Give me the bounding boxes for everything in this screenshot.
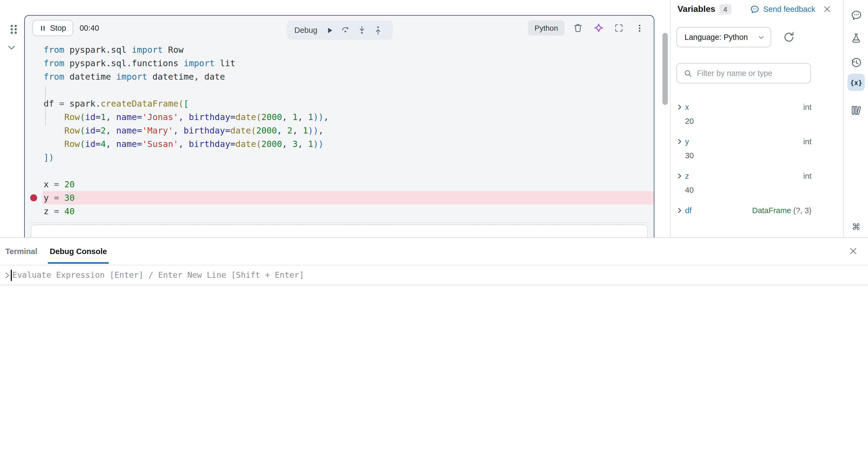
variable-value: 20 xyxy=(671,114,811,128)
variable-type: int xyxy=(803,103,811,112)
variables-language-label: Language: Python xyxy=(684,33,748,41)
cell-menu-button[interactable] xyxy=(632,21,646,35)
tab-debug-console[interactable]: Debug Console xyxy=(48,239,109,264)
variables-list: xint20yint30zint40dfDataFrame (?, 3) xyxy=(671,100,811,224)
debug-toolbar: Debug xyxy=(287,21,393,40)
variables-filter-input[interactable] xyxy=(697,69,805,78)
version-history-icon[interactable] xyxy=(847,54,865,71)
variable-name: x xyxy=(685,103,689,112)
code-line: x = 20 xyxy=(25,178,654,191)
variable-row[interactable]: zint xyxy=(671,169,811,183)
ai-assistant-button[interactable] xyxy=(591,21,606,35)
step-out-icon xyxy=(373,25,383,35)
step-over-icon xyxy=(341,25,351,35)
code-line: Row(id=2, name='Mary', birthday=date(200… xyxy=(25,124,654,137)
execution-timer: 00:40 xyxy=(80,24,99,32)
variables-panel-title: Variables xyxy=(678,4,715,14)
text-cursor xyxy=(11,270,11,281)
play-icon xyxy=(325,26,334,35)
prompt-chevron-icon xyxy=(3,271,11,279)
delete-cell-button[interactable] xyxy=(571,21,585,35)
chat-feedback-icon xyxy=(750,4,760,14)
step-into-button[interactable] xyxy=(355,23,369,37)
code-line: ]) xyxy=(25,151,654,164)
code-line xyxy=(25,164,654,178)
refresh-variables-button[interactable] xyxy=(782,31,795,43)
step-into-icon xyxy=(357,25,367,35)
variable-row[interactable]: dfDataFrame (?, 3) xyxy=(671,204,811,217)
variable-item-z: zint40 xyxy=(671,169,811,197)
variable-item-df: dfDataFrame (?, 3) xyxy=(671,204,811,217)
variable-name: y xyxy=(685,137,689,146)
variable-value: 30 xyxy=(671,149,811,162)
breakpoint-dot[interactable] xyxy=(30,194,37,201)
variables-filter[interactable] xyxy=(676,63,811,84)
code-line: df = spark.createDataFrame([ xyxy=(25,97,654,110)
collapse-cell-icon[interactable] xyxy=(6,42,17,53)
ai-sparkle-icon xyxy=(593,22,604,34)
chevron-down-icon xyxy=(757,33,765,41)
notebook-cell: Stop 00:40 Debug xyxy=(24,15,654,237)
code-line-current: y = 30 xyxy=(25,191,654,205)
assistant-chat-icon[interactable] xyxy=(847,6,865,24)
refresh-icon xyxy=(782,31,795,43)
variable-item-x: xint20 xyxy=(671,100,811,128)
continue-button[interactable] xyxy=(322,23,337,37)
variable-type: int xyxy=(803,172,811,180)
app-window: Stop 00:40 Debug xyxy=(0,0,868,457)
send-feedback-label: Send feedback xyxy=(763,5,815,13)
close-variables-panel-button[interactable] xyxy=(823,5,831,13)
bottom-panel-tabs: Terminal Debug Console xyxy=(0,238,868,265)
chevron-right-icon xyxy=(676,207,683,214)
debug-label: Debug xyxy=(294,26,317,34)
stop-button-label: Stop xyxy=(50,24,66,32)
stop-button[interactable]: Stop xyxy=(32,20,73,36)
fullscreen-button[interactable] xyxy=(612,21,626,35)
variable-explorer-icon[interactable]: {x} xyxy=(847,74,865,91)
cell-output-area xyxy=(31,224,648,237)
variable-name: z xyxy=(685,172,689,180)
console-placeholder: Evaluate Expression [Enter] / Enter New … xyxy=(12,265,304,285)
variable-value: 40 xyxy=(671,183,811,197)
chevron-right-icon xyxy=(676,173,683,179)
chevron-right-icon xyxy=(676,104,683,110)
indent-guide xyxy=(45,86,46,126)
variables-count-badge: 4 xyxy=(720,4,731,14)
bottom-panel: Terminal Debug Console Evaluate Expressi… xyxy=(0,237,868,457)
code-line: z = 40 xyxy=(25,205,654,218)
code-editor[interactable]: from pyspark.sql import Rowfrom pyspark.… xyxy=(25,40,654,222)
chevron-right-icon xyxy=(676,138,683,145)
step-out-button[interactable] xyxy=(371,23,385,37)
code-line: from pyspark.sql import Row xyxy=(25,43,654,57)
tab-terminal[interactable]: Terminal xyxy=(4,239,39,264)
debug-console-input[interactable]: Evaluate Expression [Enter] / Enter New … xyxy=(0,265,868,285)
cell-output-separator xyxy=(30,222,648,223)
variable-type: int xyxy=(803,137,811,146)
command-palette-icon[interactable]: ⌘ xyxy=(847,218,865,235)
variable-row[interactable]: yint xyxy=(671,134,811,149)
code-line xyxy=(25,84,654,97)
code-line: from datetime import datetime, date xyxy=(25,70,654,84)
step-over-button[interactable] xyxy=(339,23,353,37)
libraries-icon[interactable] xyxy=(847,102,865,119)
cell-drag-handle-icon[interactable] xyxy=(7,23,21,36)
code-line: Row(id=4, name='Susan', birthday=date(20… xyxy=(25,137,654,151)
fullscreen-icon xyxy=(614,23,624,33)
trash-icon xyxy=(572,23,583,33)
variable-row[interactable]: xint xyxy=(671,100,811,114)
variables-language-select[interactable]: Language: Python xyxy=(676,27,771,48)
variable-item-y: yint30 xyxy=(671,134,811,162)
right-icon-rail: {x} ⌘ xyxy=(843,0,868,237)
close-icon xyxy=(823,5,831,13)
variable-type: DataFrame (?, 3) xyxy=(752,206,811,215)
variables-panel: Variables 4 Send feedback Language: Pyth… xyxy=(670,0,843,237)
cell-toolbar: Stop 00:40 Debug xyxy=(25,16,654,40)
close-icon xyxy=(848,246,858,255)
notebook-scrollbar[interactable] xyxy=(662,33,668,105)
close-bottom-panel-button[interactable] xyxy=(846,244,860,258)
send-feedback-link[interactable]: Send feedback xyxy=(750,4,815,14)
experiments-icon[interactable] xyxy=(847,30,865,47)
pause-icon xyxy=(39,25,46,31)
language-badge[interactable]: Python xyxy=(528,21,564,35)
code-line: Row(id=1, name='Jonas', birthday=date(20… xyxy=(25,110,654,124)
